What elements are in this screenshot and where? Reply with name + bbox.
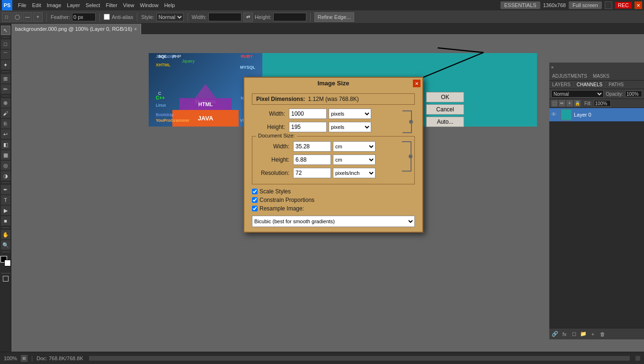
new-layer-icon[interactable]: +	[589, 330, 597, 338]
spot-heal-tool[interactable]: ⊕	[1, 98, 10, 108]
magic-wand-tool[interactable]: ✦	[1, 60, 10, 70]
horizontal-scrollbar[interactable]	[89, 356, 630, 361]
height-input[interactable]	[273, 13, 306, 21]
blur-tool[interactable]: ◎	[1, 161, 10, 170]
tab-channels[interactable]: CHANNELS	[574, 81, 606, 88]
resolution-input[interactable]	[293, 168, 331, 178]
marquee-rect-icon[interactable]: □	[2, 12, 11, 22]
tab-layers[interactable]: LAYERS	[549, 81, 574, 88]
auto-button[interactable]: Auto...	[426, 117, 464, 127]
opacity-input[interactable]	[625, 91, 642, 97]
layer-style-icon[interactable]: fx	[561, 330, 568, 338]
resolution-unit-select[interactable]: pixels/inch	[333, 168, 376, 178]
tool-separator-3	[2, 96, 9, 96]
menu-window[interactable]: Window	[137, 1, 161, 9]
refine-edge-button[interactable]: Refine Edge...	[314, 12, 354, 22]
crop-tool[interactable]: ⊞	[1, 74, 10, 83]
type-tool[interactable]: T	[1, 195, 10, 205]
tab-masks[interactable]: MASKS	[590, 73, 612, 80]
pixel-height-unit-select[interactable]: pixels	[329, 122, 371, 132]
doc-height-input[interactable]	[293, 155, 331, 165]
gradient-tool[interactable]: ▦	[1, 150, 10, 160]
scale-styles-checkbox[interactable]	[252, 189, 258, 194]
doc-width-unit-select[interactable]: cm	[333, 141, 376, 152]
tab-close-button[interactable]: ×	[134, 27, 137, 32]
layer-0-item[interactable]: 👁 Layer 0	[549, 108, 644, 121]
history-brush-tool[interactable]: ↩	[1, 129, 10, 139]
brush-tool[interactable]: 🖌	[1, 109, 10, 118]
resample-label: Resample Image:	[259, 205, 304, 212]
pixel-dims-label: Pixel Dimensions:	[256, 96, 305, 102]
zoom-fit-button[interactable]: ⊞	[21, 355, 27, 362]
layer-visibility-icon[interactable]: 👁	[551, 111, 558, 118]
pixel-width-unit-select[interactable]: pixels	[329, 109, 371, 119]
width-label: Width:	[192, 14, 206, 20]
menu-image[interactable]: Image	[44, 1, 64, 9]
move-tool[interactable]: ↖	[1, 26, 10, 35]
lock-position-icon[interactable]: +	[566, 100, 573, 107]
background-color[interactable]	[4, 260, 11, 266]
fullscreen-button[interactable]: Full screen	[569, 1, 602, 9]
resample-method-select[interactable]: Bicubic (best for smooth gradients)	[252, 216, 415, 227]
menu-select[interactable]: Select	[83, 1, 103, 9]
lock-transparent-icon[interactable]: ⬚	[551, 100, 558, 107]
panel-expand-icon[interactable]: »	[551, 65, 554, 70]
dialog-close-button[interactable]: ✕	[413, 80, 420, 87]
pixel-height-input[interactable]	[289, 122, 327, 132]
marquee-row-icon[interactable]: —	[23, 12, 32, 22]
resample-checkbox[interactable]	[252, 206, 258, 211]
blend-mode-select[interactable]: Normal	[551, 90, 604, 98]
switch-colors-icon[interactable]	[3, 276, 9, 282]
foreground-background-colors[interactable]	[0, 256, 11, 266]
essentials-button[interactable]: ESSENTIALS	[501, 1, 540, 9]
tech-js: JavaScript	[156, 54, 176, 59]
lock-all-icon[interactable]: 🔒	[574, 100, 581, 107]
ok-button[interactable]: OK	[426, 92, 464, 102]
link-layers-icon[interactable]: 🔗	[551, 330, 559, 338]
tab-adjustments[interactable]: ADJUSTMENTS	[549, 73, 590, 80]
shape-tool[interactable]: ■	[1, 216, 10, 226]
dodge-tool[interactable]: ◑	[1, 171, 10, 181]
menu-help[interactable]: Help	[161, 1, 178, 9]
menu-layer[interactable]: Layer	[64, 1, 83, 9]
anti-alias-checkbox[interactable]	[104, 14, 110, 20]
style-select[interactable]: Normal	[156, 13, 184, 21]
zoom-tool[interactable]: 🔍	[1, 240, 10, 250]
pen-tool[interactable]: ✒	[1, 185, 10, 194]
eyedropper-tool[interactable]: ✏	[1, 84, 10, 94]
doc-height-unit-select[interactable]: cm	[333, 155, 376, 165]
lock-icons: ⬚ ✏ + 🔒	[551, 100, 581, 107]
marquee-tool[interactable]: □	[1, 39, 10, 49]
rec-button[interactable]: REC	[615, 2, 632, 9]
lock-image-icon[interactable]: ✏	[559, 100, 565, 107]
tab-paths[interactable]: PATHS	[606, 81, 626, 88]
marquee-ellipse-icon[interactable]: ◯	[12, 12, 22, 22]
fill-input[interactable]	[594, 100, 611, 107]
add-selection-icon[interactable]: +	[33, 12, 43, 22]
menu-edit[interactable]: Edit	[29, 1, 44, 9]
color-indicator	[605, 1, 612, 9]
new-group-icon[interactable]: 📁	[580, 330, 587, 338]
menu-file[interactable]: File	[15, 1, 29, 9]
swap-dimensions-icon[interactable]: ⇄	[243, 12, 253, 22]
document-tab[interactable]: backgrounder.000.png @ 100% (Layer 0, RG…	[11, 24, 141, 34]
menu-view[interactable]: View	[120, 1, 137, 9]
cancel-button[interactable]: Cancel	[426, 104, 464, 115]
eraser-tool[interactable]: ◧	[1, 140, 10, 149]
scroll-right-button[interactable]	[635, 356, 640, 361]
delete-layer-icon[interactable]: 🗑	[599, 330, 606, 338]
constrain-proportions-checkbox[interactable]	[252, 197, 258, 203]
pixel-width-input[interactable]	[289, 109, 327, 119]
resample-row: Resample Image:	[252, 205, 415, 212]
doc-width-input[interactable]	[293, 141, 331, 152]
path-select-tool[interactable]: ▶	[1, 206, 10, 215]
clone-stamp-tool[interactable]: ⎘	[1, 119, 10, 128]
lasso-tool[interactable]: ⌒	[1, 50, 10, 59]
feather-input[interactable]	[72, 13, 96, 21]
width-input[interactable]	[208, 13, 242, 21]
add-mask-icon[interactable]: ◻	[570, 330, 578, 338]
hand-tool[interactable]: ✋	[1, 230, 10, 239]
menu-filter[interactable]: Filter	[103, 1, 120, 9]
options-toolbar: □ ◯ — + Feather: Anti-alias Style: Norma…	[0, 10, 644, 24]
window-close-button[interactable]: ✕	[635, 1, 642, 9]
